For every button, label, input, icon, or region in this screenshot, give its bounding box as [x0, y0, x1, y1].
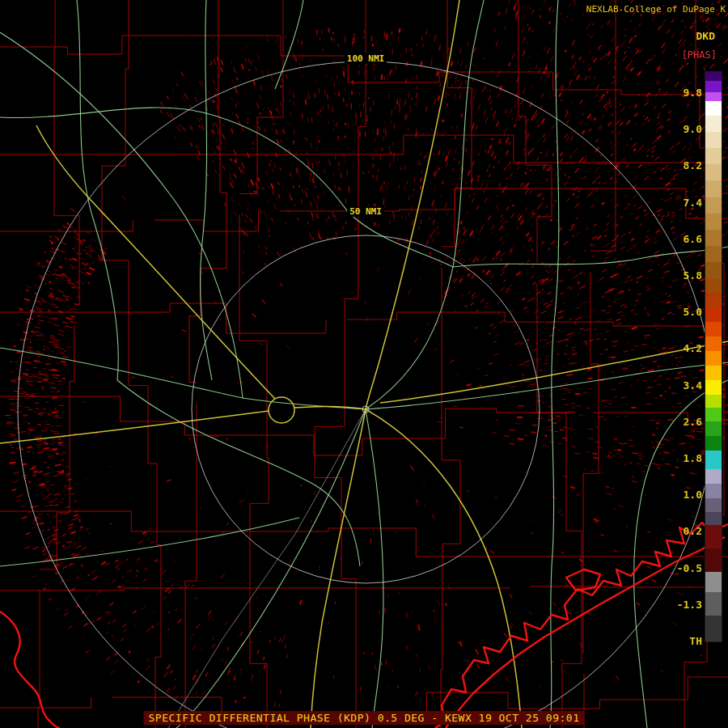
- colorbar-segment: [705, 293, 722, 307]
- colorbar: [705, 71, 722, 642]
- map-line: [550, 0, 559, 728]
- source-credit: NEXLAB-College of DuPage K: [586, 4, 726, 15]
- colorbar-segment: [705, 197, 722, 214]
- colorbar-tick: 4.2: [667, 343, 702, 354]
- colorbar-tick: 9.8: [667, 87, 702, 99]
- colorbar-tick: 7.4: [667, 197, 702, 209]
- colorbar-segment: [705, 262, 722, 278]
- colorbar-segment: [705, 380, 722, 395]
- range-ring-100nmi: [18, 61, 713, 728]
- colorbar-segment: [705, 307, 722, 322]
- colorbar-segment: [705, 101, 722, 116]
- colorbar-segment: [705, 451, 722, 468]
- colorbar-segment: [705, 246, 722, 262]
- map-line: [200, 0, 212, 380]
- colorbar-segment: [705, 484, 722, 498]
- colorbar-tick: 1.0: [667, 489, 702, 501]
- colorbar-tick: 8.2: [667, 160, 702, 171]
- colorbar-tick: 1.8: [667, 453, 702, 464]
- map-line: [0, 411, 269, 443]
- colorbar-segment: [705, 572, 722, 592]
- county-line: [0, 36, 728, 95]
- colorbar-segment: [705, 616, 722, 641]
- interstate-lines: [0, 0, 728, 728]
- product-title: SPECIFIC DIFFERENTIAL PHASE (KDP) 0.5 DE…: [144, 711, 585, 725]
- colorbar-tick: -0.5: [667, 563, 702, 574]
- colorbar-segment: [705, 395, 722, 408]
- range-ring-label-50nmi: 50 NMI: [347, 206, 384, 217]
- colorbar-tick: TH: [667, 636, 702, 647]
- map-line: [0, 518, 299, 566]
- colorbar-tick: 6.6: [667, 234, 702, 245]
- map-line: [348, 212, 453, 267]
- product-code: DKD: [696, 30, 715, 42]
- colorbar-segment: [705, 116, 722, 132]
- county-line: [0, 303, 728, 345]
- county-line: [0, 135, 728, 193]
- map-line: [366, 409, 383, 728]
- colorbar-segment: [705, 81, 722, 91]
- colorbar-tick: 9.0: [667, 124, 702, 135]
- basemap: [0, 0, 728, 728]
- status-bar: SPECIFIC DIFFERENTIAL PHASE (KDP) 0.5 DE…: [144, 709, 585, 725]
- radar-viewport: NEXLAB-College of DuPage K DKD [PHAS] 10…: [0, 0, 728, 728]
- map-line: [0, 612, 60, 728]
- map-line: [275, 0, 303, 89]
- map-line: [0, 32, 243, 398]
- map-line: [0, 108, 348, 212]
- colorbar-tick: 3.4: [667, 380, 702, 392]
- colorbar-tick: -1.3: [667, 599, 702, 611]
- colorbar-segment: [705, 498, 722, 513]
- colorbar-segment: [705, 592, 722, 616]
- range-ring-label-100nmi: 100 NMI: [345, 53, 387, 64]
- county-line: [239, 0, 283, 728]
- colorbar-segment: [705, 366, 722, 380]
- colorbar-tick: 0.2: [667, 526, 702, 537]
- county-line: [518, 0, 582, 728]
- phase-label: [PHAS]: [682, 49, 717, 61]
- beltway-loop: [269, 397, 294, 423]
- map-line: [117, 380, 360, 566]
- county-line: [441, 0, 472, 728]
- colorbar-segment: [705, 92, 722, 101]
- colorbar-segment: [705, 278, 722, 293]
- colorbar-segment: [705, 436, 722, 451]
- county-line: [0, 511, 728, 557]
- colorbar-tick: 2.6: [667, 417, 702, 428]
- colorbar-segment: [705, 72, 722, 81]
- map-line: [311, 409, 366, 728]
- colorbar-segment: [705, 512, 722, 525]
- colorbar-segment: [705, 132, 722, 148]
- county-line: [0, 396, 728, 455]
- county-line: [102, 0, 161, 728]
- colorbar-segment: [705, 351, 722, 366]
- colorbar-segment: [705, 180, 722, 197]
- county-line: [38, 0, 79, 728]
- map-line: [453, 0, 484, 267]
- colorbar-segment: [705, 164, 722, 180]
- colorbar-segment: [705, 322, 722, 336]
- colorbar-tick: 5.0: [667, 307, 702, 318]
- map-line: [366, 409, 522, 728]
- colorbar-segment: [705, 214, 722, 230]
- colorbar-segment: [705, 548, 722, 572]
- range-rings: [18, 61, 713, 728]
- colorbar-tick: 5.8: [667, 270, 702, 281]
- colorbar-segment: [705, 336, 722, 351]
- colorbar-segment: [705, 230, 722, 246]
- colorbar-segment: [705, 469, 722, 484]
- colorbar-segment: [705, 408, 722, 422]
- county-boundaries: [0, 0, 728, 728]
- colorbar-segment: [705, 525, 722, 548]
- map-line: [366, 267, 453, 409]
- map-line: [0, 348, 366, 409]
- map-line: [453, 247, 728, 267]
- map-line: [77, 0, 118, 380]
- colorbar-segment: [705, 421, 722, 436]
- colorbar-segment: [705, 148, 722, 164]
- highway-lines: [0, 0, 728, 728]
